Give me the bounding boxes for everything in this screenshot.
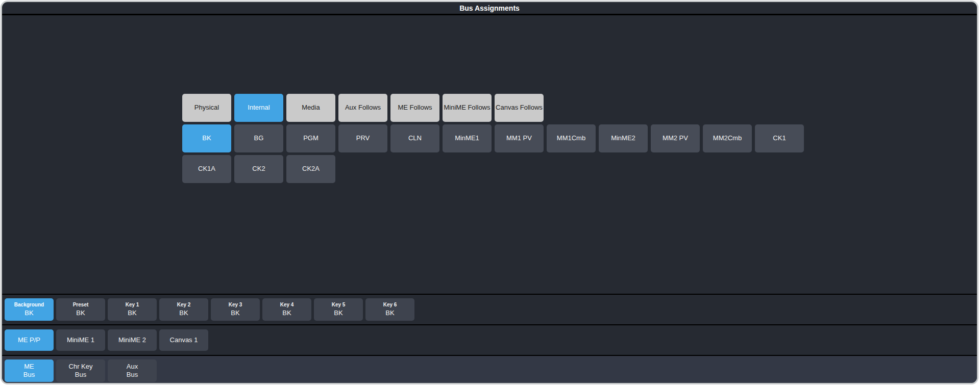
level-me-p-p[interactable]: ME P/P: [5, 329, 54, 351]
me-level-row: ME P/PMiniME 1MiniME 2Canvas 1: [5, 329, 208, 351]
tab-canvas-follows[interactable]: Canvas Follows: [495, 94, 544, 122]
tab-physical[interactable]: Physical: [182, 94, 231, 122]
bus-minme2[interactable]: MinME2: [599, 124, 648, 152]
keyer-name-label: Key 4: [280, 302, 294, 308]
button-label: CK1A: [198, 165, 215, 173]
internal-bus-grid: BKBGPGMPRVCLNMinME1MM1 PVMM1CmbMinME2MM2…: [182, 124, 806, 183]
level-row-separator: [2, 324, 977, 325]
button-label: CK2: [252, 165, 265, 173]
keyer-assignment-row: BackgroundBKPresetBKKey 1BKKey 2BKKey 3B…: [5, 298, 414, 321]
keyer-background[interactable]: BackgroundBK: [5, 298, 54, 321]
keyer-key-2[interactable]: Key 2BK: [159, 298, 208, 321]
bustype-me-bus[interactable]: MEBus: [5, 359, 54, 382]
button-label: CLN: [408, 134, 422, 142]
bus-mm1cmb[interactable]: MM1Cmb: [547, 124, 596, 152]
keyer-name-label: Key 1: [126, 302, 139, 308]
button-label-line: Bus: [75, 371, 86, 379]
bus-ck2[interactable]: CK2: [234, 155, 283, 183]
bus-mm1-pv[interactable]: MM1 PV: [495, 124, 544, 152]
button-label: MinME1: [455, 134, 479, 142]
button-label: MM2Cmb: [713, 134, 742, 142]
button-label: MiniME 2: [118, 336, 146, 344]
button-label: MM2 PV: [663, 134, 688, 142]
bus-type-row: MEBusChr KeyBusAuxBus: [5, 359, 157, 382]
keyer-assigned-bus: BK: [128, 309, 136, 317]
button-label: PGM: [303, 134, 318, 142]
button-label: ME Follows: [398, 104, 432, 112]
keyer-name-label: Preset: [73, 302, 89, 308]
button-label: CK2A: [302, 165, 320, 173]
button-label-line: Aux: [127, 363, 138, 371]
title-separator: [2, 14, 977, 15]
bus-pgm[interactable]: PGM: [286, 124, 335, 152]
keyer-key-6[interactable]: Key 6BK: [365, 298, 414, 321]
bus-minme1[interactable]: MinME1: [443, 124, 492, 152]
button-label: Physical: [194, 104, 219, 112]
tab-minime-follows[interactable]: MiniME Follows: [443, 94, 492, 122]
button-label: Media: [302, 104, 320, 112]
tab-aux-follows[interactable]: Aux Follows: [338, 94, 387, 122]
keyer-assigned-bus: BK: [24, 309, 33, 317]
level-minime-2[interactable]: MiniME 2: [108, 329, 157, 351]
button-label: Aux Follows: [345, 104, 381, 112]
tab-media[interactable]: Media: [286, 94, 335, 122]
bus-ck1[interactable]: CK1: [755, 124, 804, 152]
keyer-assigned-bus: BK: [76, 309, 85, 317]
keyer-preset[interactable]: PresetBK: [56, 298, 105, 321]
keyer-key-4[interactable]: Key 4BK: [262, 298, 311, 321]
bus-cln[interactable]: CLN: [390, 124, 439, 152]
tab-internal[interactable]: Internal: [234, 94, 283, 122]
keyer-key-1[interactable]: Key 1BK: [108, 298, 157, 321]
button-label: BG: [254, 134, 264, 142]
button-label-line: Bus: [23, 371, 35, 379]
button-label: MM1Cmb: [557, 134, 585, 142]
button-label: PRV: [356, 134, 370, 142]
keyer-assigned-bus: BK: [179, 309, 188, 317]
bus-ck1a[interactable]: CK1A: [182, 155, 231, 183]
level-canvas-1[interactable]: Canvas 1: [159, 329, 208, 351]
keyer-name-label: Key 3: [229, 302, 242, 308]
button-label: ME P/P: [18, 336, 40, 344]
button-label: MinME2: [611, 134, 635, 142]
button-label: Canvas Follows: [496, 104, 543, 112]
keyer-key-5[interactable]: Key 5BK: [314, 298, 363, 321]
bustype-chr-key-bus[interactable]: Chr KeyBus: [56, 359, 105, 382]
button-label-line: ME: [24, 363, 34, 371]
button-label: Canvas 1: [170, 336, 198, 344]
button-label: MiniME 1: [67, 336, 94, 344]
keyer-name-label: Key 6: [383, 302, 397, 308]
keyer-name-label: Key 2: [177, 302, 191, 308]
button-label: MM1 PV: [506, 134, 532, 142]
bus-category-tabs: PhysicalInternalMediaAux FollowsME Follo…: [182, 94, 544, 122]
button-label: BK: [202, 134, 211, 142]
button-label: CK1: [773, 134, 786, 142]
level-minime-1[interactable]: MiniME 1: [56, 329, 105, 351]
bus-bg[interactable]: BG: [234, 124, 283, 152]
button-label: Internal: [248, 104, 270, 112]
bus-prv[interactable]: PRV: [338, 124, 387, 152]
keyer-assigned-bus: BK: [231, 309, 239, 317]
bus-mm2-pv[interactable]: MM2 PV: [651, 124, 700, 152]
button-label-line: Bus: [127, 371, 138, 379]
keyer-name-label: Background: [14, 302, 44, 308]
keyer-key-3[interactable]: Key 3BK: [211, 298, 260, 321]
bus-assignments-window: Bus Assignments PhysicalInternalMediaAux…: [1, 1, 978, 384]
window-title: Bus Assignments: [2, 2, 977, 14]
keyer-assigned-bus: BK: [282, 309, 291, 317]
bus-mm2cmb[interactable]: MM2Cmb: [703, 124, 752, 152]
keyer-name-label: Key 5: [332, 302, 346, 308]
keyer-assigned-bus: BK: [385, 309, 394, 317]
button-label-line: Chr Key: [69, 363, 93, 371]
bus-ck2a[interactable]: CK2A: [286, 155, 335, 183]
bus-bk[interactable]: BK: [182, 124, 231, 152]
bustype-aux-bus[interactable]: AuxBus: [108, 359, 157, 382]
tab-me-follows[interactable]: ME Follows: [390, 94, 439, 122]
button-label: MiniME Follows: [444, 104, 490, 112]
keyer-assigned-bus: BK: [334, 309, 342, 317]
keyer-row-separator: [2, 294, 977, 295]
